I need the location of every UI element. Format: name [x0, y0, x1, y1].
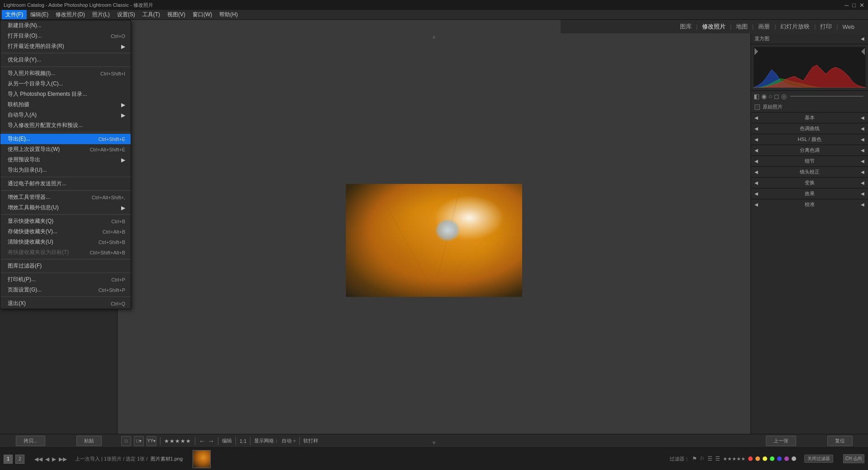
menu-quit[interactable]: 退出(X)Ctrl+Q: [0, 298, 131, 309]
filmstrip-thumb-1[interactable]: [193, 450, 211, 468]
menu-help[interactable]: 帮助(H): [216, 10, 241, 19]
original-photo-checkbox[interactable]: [755, 104, 760, 110]
filter-icon-list[interactable]: ☰: [708, 456, 712, 462]
menu-new-catalog[interactable]: 新建目录(N)...: [0, 20, 131, 31]
filmstrip-filename[interactable]: 图片素材1.png: [151, 456, 183, 462]
filmstrip-tab-2[interactable]: 2: [15, 455, 24, 464]
filter-yellow[interactable]: [763, 456, 767, 461]
menu-email[interactable]: 通过电子邮件发送照片...: [0, 179, 131, 189]
window-controls[interactable]: ─ □ ✕: [844, 2, 864, 9]
filter-icon-flag[interactable]: ⚑: [692, 456, 697, 462]
nav-slideshow[interactable]: 幻灯片放映: [776, 23, 814, 31]
hist-ctrl-4[interactable]: ◻: [774, 93, 779, 100]
zoom-100[interactable]: 1:1: [240, 438, 246, 444]
menu-plugin-manager[interactable]: 增效工具管理器...Ctrl+Alt+Shift+,: [0, 192, 131, 202]
histogram-arrow[interactable]: ◀: [861, 36, 864, 41]
section-lens[interactable]: ◀ 镜头校正 ◀: [751, 166, 868, 177]
menu-export-last[interactable]: 使用上次设置导出(W)Ctrl+Alt+Shift+E: [0, 144, 131, 155]
section-split-tone[interactable]: ◀ 分离色调 ◀: [751, 145, 868, 155]
hist-ctrl-2[interactable]: ◉: [761, 93, 767, 100]
menu-export-preset[interactable]: 使用预设导出▶: [0, 155, 131, 165]
menu-quick-collection-clear[interactable]: 清除快捷收藏夹(U)Ctrl+Shift+B: [0, 237, 131, 247]
menu-print[interactable]: 打印机(P)...Ctrl+P: [0, 274, 131, 285]
next-arrow[interactable]: →: [208, 437, 214, 445]
prev-arrow[interactable]: ←: [199, 437, 205, 445]
filter-orange[interactable]: [755, 456, 760, 461]
filter-icon-unflag[interactable]: ⚐: [700, 456, 705, 462]
filter-blue[interactable]: [777, 456, 782, 461]
menu-develop[interactable]: 修改照片(D): [52, 10, 89, 19]
menu-window[interactable]: 窗口(W): [189, 10, 216, 19]
filmstrip-tab-1[interactable]: 1: [4, 455, 13, 464]
hist-shadow-warning[interactable]: [755, 48, 758, 55]
section-hsl[interactable]: ◀ HSL / 颜色 ◀: [751, 134, 868, 145]
soft-proof-label[interactable]: 软打样: [303, 437, 318, 444]
next-page-button[interactable]: 复位: [827, 436, 853, 446]
menu-import-photos[interactable]: 导入照片和视频(I)...Ctrl+Shift+I: [0, 68, 131, 79]
section-effects[interactable]: ◀ 效果 ◀: [751, 188, 868, 199]
rating-stars[interactable]: ★★★★★: [164, 438, 191, 444]
section-transform[interactable]: ◀ 变换 ◀: [751, 177, 868, 188]
menu-photo[interactable]: 照片(L): [89, 10, 113, 19]
menu-export[interactable]: 导出(E)...Ctrl+Shift+E: [0, 134, 131, 144]
paste-button[interactable]: 粘贴: [76, 436, 102, 446]
menu-open-catalog[interactable]: 打开目录(O)...Ctrl+O: [0, 31, 131, 41]
redeye-tool[interactable]: YY▾: [146, 436, 156, 446]
menu-recent-catalog[interactable]: 打开最近使用的目录(R)▶: [0, 41, 131, 52]
filter-purple[interactable]: [784, 456, 789, 461]
menu-library-filter[interactable]: 图库过滤器(F): [0, 261, 131, 271]
close-filter-button[interactable]: 关闭过滤器: [804, 455, 833, 463]
hist-highlight-warning[interactable]: [861, 48, 865, 55]
svg-line-4: [434, 256, 513, 292]
section-tone-curve[interactable]: ◀ 色调曲线 ◀: [751, 123, 868, 134]
menu-import-other[interactable]: 从另一个目录导入(C)...: [0, 79, 131, 89]
minimize-button[interactable]: ─: [844, 2, 849, 9]
spot-tool[interactable]: □▾: [134, 436, 144, 446]
menu-file[interactable]: 文件(F): [2, 10, 27, 19]
filmstrip-nav-next[interactable]: ▶: [52, 456, 56, 462]
menu-import-develop[interactable]: 导入修改照片配置文件和预设...: [0, 120, 131, 131]
menu-settings[interactable]: 设置(S): [113, 10, 139, 19]
filmstrip-nav-last[interactable]: ▶▶: [59, 456, 67, 462]
copy-button[interactable]: 拷贝...: [16, 436, 45, 446]
section-detail[interactable]: ◀ 细节 ◀: [751, 155, 868, 166]
menu-tethered[interactable]: 联机拍摄▶: [0, 99, 131, 110]
filter-red[interactable]: [748, 456, 753, 461]
filter-stars[interactable]: ★★★★★: [723, 456, 745, 462]
auto-label[interactable]: 自动 ÷: [282, 437, 296, 444]
hist-slider[interactable]: [790, 96, 863, 97]
menu-export-catalog[interactable]: 导出为目录(U)...: [0, 165, 131, 175]
prev-page-button[interactable]: 上一张: [766, 436, 796, 446]
menu-view[interactable]: 视图(V): [164, 10, 189, 19]
crop-tool[interactable]: □: [121, 436, 131, 446]
nav-web[interactable]: Web: [838, 24, 859, 30]
hist-ctrl-5[interactable]: ◎: [781, 93, 787, 100]
menu-quick-collection-save[interactable]: 存储快捷收藏夹(V)...Ctrl+Alt+B: [0, 226, 131, 237]
filter-icon-list2[interactable]: ☰: [715, 456, 720, 462]
nav-develop[interactable]: 修改照片: [698, 23, 730, 31]
bottom-arrow-icon[interactable]: ▼: [431, 440, 437, 446]
menu-quick-collection-show[interactable]: 显示快捷收藏夹(Q)Ctrl+B: [0, 216, 131, 226]
hist-ctrl-1[interactable]: ◧: [754, 93, 760, 100]
hist-ctrl-3[interactable]: ○: [769, 93, 772, 100]
filter-green[interactable]: [770, 456, 774, 461]
section-basic[interactable]: ◀ 基本 ◀: [751, 112, 868, 123]
menu-plugin-extra[interactable]: 增效工具额外信息(U)▶: [0, 202, 131, 213]
top-arrow-icon[interactable]: ▲: [431, 33, 437, 40]
nav-map[interactable]: 地图: [731, 23, 752, 31]
menu-edit[interactable]: 编辑(E): [27, 10, 52, 19]
filmstrip-nav-first[interactable]: ◀◀: [34, 456, 42, 462]
filmstrip-nav-prev[interactable]: ◀: [45, 456, 49, 462]
menu-page-setup[interactable]: 页面设置(G)...Ctrl+Shift+P: [0, 285, 131, 295]
filter-gray[interactable]: [792, 456, 796, 461]
section-calibration[interactable]: ◀ 校准 ◀: [751, 199, 868, 210]
nav-library[interactable]: 图库: [675, 23, 696, 31]
menu-tools[interactable]: 工具(T): [139, 10, 164, 19]
menu-import-elements[interactable]: 导入 Photoshop Elements 目录...: [0, 89, 131, 99]
close-button[interactable]: ✕: [859, 2, 864, 9]
menu-optimize[interactable]: 优化目录(Y)...: [0, 55, 131, 65]
nav-print[interactable]: 打印: [816, 23, 836, 31]
menu-auto-import[interactable]: 自动导入(A)▶: [0, 110, 131, 120]
nav-book[interactable]: 画册: [754, 23, 774, 31]
maximize-button[interactable]: □: [852, 2, 856, 9]
